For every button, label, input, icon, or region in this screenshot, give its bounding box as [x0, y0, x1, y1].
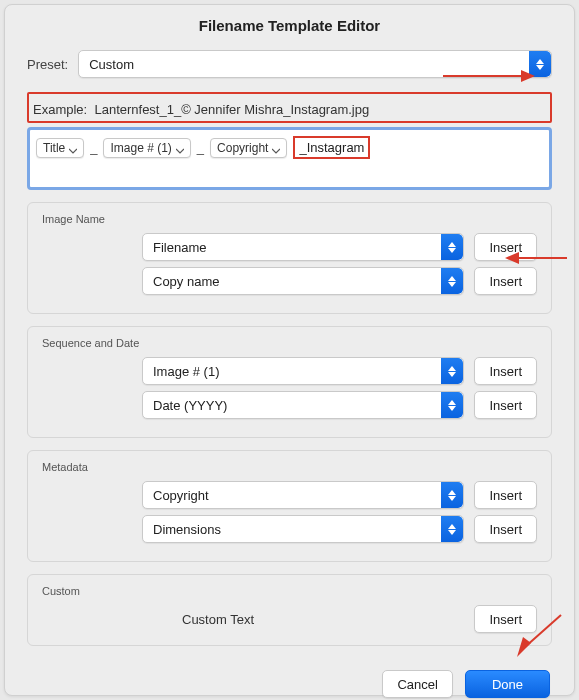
- select-dimensions[interactable]: Dimensions: [142, 515, 464, 543]
- section-custom: Custom Custom Text Insert: [27, 574, 552, 646]
- example-value: Lanternfest_1_© Jennifer Mishra_Instagra…: [94, 102, 369, 117]
- separator: _: [195, 140, 206, 155]
- section-image-name: Image Name Filename Insert Copy name: [27, 202, 552, 314]
- token-title[interactable]: Title: [36, 138, 84, 158]
- field-row: Copy name Insert: [42, 267, 537, 295]
- updown-icon: [441, 516, 463, 542]
- field-row: Copyright Insert: [42, 481, 537, 509]
- select-label: Date (YYYY): [153, 398, 227, 413]
- section-metadata: Metadata Copyright Insert Dimensions: [27, 450, 552, 562]
- select-date[interactable]: Date (YYYY): [142, 391, 464, 419]
- section-title: Image Name: [42, 213, 537, 225]
- insert-button-filename[interactable]: Insert: [474, 233, 537, 261]
- select-copy-name[interactable]: Copy name: [142, 267, 464, 295]
- chevron-down-icon: [69, 144, 77, 152]
- updown-icon: [529, 51, 551, 77]
- insert-button-dimensions[interactable]: Insert: [474, 515, 537, 543]
- updown-icon: [441, 268, 463, 294]
- updown-icon: [441, 392, 463, 418]
- preset-value: Custom: [89, 57, 134, 72]
- preset-row: Preset: Custom: [27, 50, 552, 78]
- preset-label: Preset:: [27, 57, 68, 72]
- updown-icon: [441, 234, 463, 260]
- done-button[interactable]: Done: [465, 670, 550, 698]
- token-title-label: Title: [43, 141, 65, 155]
- select-image-num[interactable]: Image # (1): [142, 357, 464, 385]
- select-copyright[interactable]: Copyright: [142, 481, 464, 509]
- dialog-footer: Cancel Done: [5, 646, 574, 700]
- field-row: Dimensions Insert: [42, 515, 537, 543]
- token-image-num-label: Image # (1): [110, 141, 171, 155]
- token-copyright-label: Copyright: [217, 141, 268, 155]
- content-area: Preset: Custom Example: Lanternfest_1_© …: [5, 50, 574, 646]
- insert-button-image-num[interactable]: Insert: [474, 357, 537, 385]
- example-highlight: Example: Lanternfest_1_© Jennifer Mishra…: [27, 92, 552, 123]
- insert-button-custom[interactable]: Insert: [474, 605, 537, 633]
- example-prefix: Example:: [33, 102, 87, 117]
- token-literal-highlight[interactable]: _Instagram: [293, 136, 370, 159]
- token-image-num[interactable]: Image # (1): [103, 138, 190, 158]
- select-filename[interactable]: Filename: [142, 233, 464, 261]
- select-label: Image # (1): [153, 364, 219, 379]
- field-row: Filename Insert: [42, 233, 537, 261]
- dialog-window: Filename Template Editor Preset: Custom …: [4, 4, 575, 696]
- template-token-area[interactable]: Title _ Image # (1) _ Copyright _Instagr…: [27, 127, 552, 190]
- separator: _: [88, 140, 99, 155]
- window-title: Filename Template Editor: [5, 5, 574, 50]
- insert-button-copy-name[interactable]: Insert: [474, 267, 537, 295]
- field-row: Date (YYYY) Insert: [42, 391, 537, 419]
- cancel-button[interactable]: Cancel: [382, 670, 452, 698]
- field-row: Image # (1) Insert: [42, 357, 537, 385]
- chevron-down-icon: [272, 144, 280, 152]
- section-title: Sequence and Date: [42, 337, 537, 349]
- select-label: Copyright: [153, 488, 209, 503]
- insert-button-date[interactable]: Insert: [474, 391, 537, 419]
- example-line: Example: Lanternfest_1_© Jennifer Mishra…: [33, 102, 546, 117]
- insert-button-copyright[interactable]: Insert: [474, 481, 537, 509]
- section-title: Custom: [42, 585, 537, 597]
- chevron-down-icon: [176, 144, 184, 152]
- section-title: Metadata: [42, 461, 537, 473]
- updown-icon: [441, 482, 463, 508]
- custom-text-label: Custom Text: [142, 612, 464, 627]
- select-label: Dimensions: [153, 522, 221, 537]
- custom-row: Custom Text Insert: [42, 605, 537, 633]
- token-copyright[interactable]: Copyright: [210, 138, 287, 158]
- section-sequence-date: Sequence and Date Image # (1) Insert Dat…: [27, 326, 552, 438]
- select-label: Filename: [153, 240, 206, 255]
- select-label: Copy name: [153, 274, 219, 289]
- updown-icon: [441, 358, 463, 384]
- preset-select[interactable]: Custom: [78, 50, 552, 78]
